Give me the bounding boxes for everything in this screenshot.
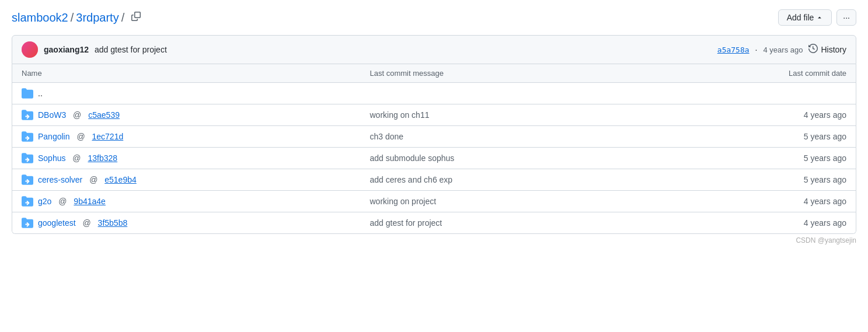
- commit-bar: gaoxiang12 add gtest for project a5a758a…: [12, 35, 856, 64]
- file-name-cell: ..: [22, 88, 370, 99]
- file-name-cell: g2o @ 9b41a4e: [22, 195, 370, 207]
- header-name: Name: [22, 69, 370, 78]
- watermark: CSDN @yangtsejin: [12, 234, 856, 244]
- folder-icon: [22, 88, 33, 99]
- commit-bar-left: gaoxiang12 add gtest for project: [22, 41, 167, 58]
- add-file-label: Add file: [787, 13, 814, 22]
- table-row: Pangolin @ 1ec721d ch3 done 5 years ago: [12, 126, 856, 148]
- file-name-cell: Sophus @ 13fb328: [22, 152, 370, 164]
- submodule-hash-link[interactable]: c5ae539: [88, 110, 120, 120]
- breadcrumb-sep1: /: [71, 11, 74, 25]
- submodule-hash-link[interactable]: 3f5b5b8: [98, 218, 128, 228]
- commit-bar-right: a5a758a · 4 years ago History: [717, 44, 846, 55]
- submodule-link[interactable]: DBoW3: [38, 110, 66, 120]
- commit-message-cell: working on project: [370, 197, 719, 206]
- submodule-link[interactable]: googletest: [38, 218, 76, 228]
- commit-message-cell: ch3 done: [370, 132, 719, 141]
- commit-message-cell: add ceres and ch6 exp: [370, 175, 719, 184]
- more-options-button[interactable]: ···: [836, 9, 856, 26]
- avatar: [22, 41, 38, 58]
- toolbar-right: Add file ···: [778, 9, 856, 26]
- file-name-cell: googletest @ 3f5b5b8: [22, 217, 370, 229]
- file-table: Name Last commit message Last commit dat…: [12, 64, 856, 234]
- table-row: googletest @ 3f5b5b8 add gtest for proje…: [12, 212, 856, 233]
- commit-message-cell: working on ch11: [370, 110, 719, 120]
- file-rows-container: DBoW3 @ c5ae539 working on ch11 4 years …: [12, 104, 856, 233]
- table-header: Name Last commit message Last commit dat…: [12, 64, 856, 83]
- copy-path-button[interactable]: [131, 12, 141, 23]
- submodule-icon: [22, 174, 33, 186]
- more-label: ···: [843, 13, 850, 22]
- header-commit-message: Last commit message: [370, 69, 719, 78]
- table-row: ..: [12, 83, 856, 104]
- submodule-at: @: [56, 197, 69, 206]
- folder-link[interactable]: 3rdparty: [76, 11, 118, 25]
- history-button[interactable]: History: [808, 44, 846, 55]
- submodule-at: @: [81, 218, 93, 228]
- file-name-cell: Pangolin @ 1ec721d: [22, 131, 370, 142]
- table-row: Sophus @ 13fb328 add submodule sophus 5 …: [12, 148, 856, 169]
- date-cell: 4 years ago: [718, 197, 846, 206]
- submodule-link[interactable]: ceres-solver: [38, 175, 82, 184]
- submodule-hash-link[interactable]: 1ec721d: [92, 132, 124, 141]
- submodule-at: @: [71, 110, 83, 120]
- submodule-icon: [22, 131, 33, 142]
- breadcrumb: slambook2 / 3rdparty /: [12, 11, 141, 25]
- commit-hash-link[interactable]: a5a758a: [717, 46, 750, 54]
- submodule-icon: [22, 109, 33, 121]
- submodule-hash-link[interactable]: e51e9b4: [104, 175, 137, 184]
- parent-dir-label: ..: [38, 89, 43, 98]
- commit-message-cell: add submodule sophus: [370, 153, 719, 163]
- date-cell: 4 years ago: [718, 110, 846, 120]
- table-row: ceres-solver @ e51e9b4 add ceres and ch6…: [12, 169, 856, 191]
- commit-message-cell: add gtest for project: [370, 218, 719, 228]
- submodule-link[interactable]: g2o: [38, 197, 51, 206]
- commit-author[interactable]: gaoxiang12: [44, 45, 89, 54]
- add-file-button[interactable]: Add file: [778, 9, 832, 26]
- header-commit-date: Last commit date: [718, 69, 846, 78]
- history-label: History: [821, 45, 846, 54]
- date-cell: 5 years ago: [718, 175, 846, 184]
- table-row: g2o @ 9b41a4e working on project 4 years…: [12, 191, 856, 212]
- commit-time: 4 years ago: [764, 46, 803, 54]
- table-row: DBoW3 @ c5ae539 working on ch11 4 years …: [12, 104, 856, 126]
- submodule-hash-link[interactable]: 9b41a4e: [74, 197, 106, 206]
- date-cell: 5 years ago: [718, 132, 846, 141]
- submodule-icon: [22, 195, 33, 207]
- submodule-icon: [22, 217, 33, 229]
- submodule-link[interactable]: Sophus: [38, 153, 65, 163]
- commit-message-text: add gtest for project: [95, 45, 167, 54]
- file-name-cell: ceres-solver @ e51e9b4: [22, 174, 370, 186]
- submodule-at: @: [70, 153, 83, 163]
- submodule-link[interactable]: Pangolin: [38, 132, 70, 141]
- date-cell: 4 years ago: [718, 218, 846, 228]
- submodule-hash-link[interactable]: 13fb328: [88, 153, 117, 163]
- date-cell: 5 years ago: [718, 153, 846, 163]
- submodule-at: @: [75, 132, 88, 141]
- breadcrumb-sep2: /: [121, 11, 125, 25]
- submodule-icon: [22, 152, 33, 164]
- history-icon: [808, 44, 818, 55]
- repo-owner-link[interactable]: slambook2: [12, 11, 68, 25]
- file-name-cell: DBoW3 @ c5ae539: [22, 109, 370, 121]
- commit-separator: ·: [755, 45, 758, 54]
- submodule-at: @: [87, 175, 100, 184]
